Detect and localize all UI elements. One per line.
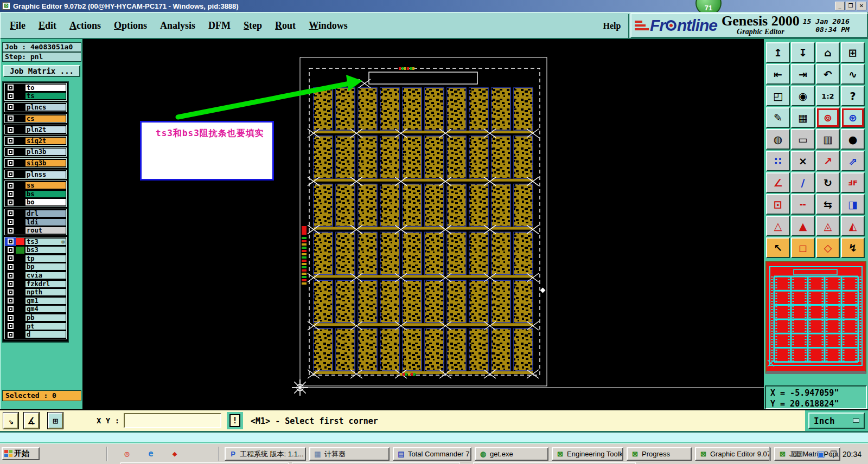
layer-swatch-ldi[interactable]: [16, 218, 24, 225]
layer-swatch-drl[interactable]: [16, 210, 24, 217]
layer-label-to[interactable]: to: [25, 84, 66, 92]
thermal-a-button[interactable]: △: [766, 216, 790, 236]
layer-swatch-sig3b[interactable]: [16, 159, 24, 166]
layer-swatch-pt[interactable]: [16, 323, 24, 330]
menu-edit[interactable]: Edit: [39, 20, 56, 31]
layer-checkbox-plnss[interactable]: [8, 171, 14, 177]
layer-checkbox-cvia[interactable]: [8, 273, 14, 279]
zoom-ratio-1-2-button[interactable]: 1:2: [816, 86, 840, 106]
layer-swatch-ts3[interactable]: [16, 238, 24, 245]
menu-step[interactable]: Step: [244, 20, 262, 31]
layer-checkbox-gm1[interactable]: [8, 298, 14, 304]
units-dropdown[interactable]: Inch: [808, 413, 865, 429]
layer-swatch-tp[interactable]: [16, 255, 24, 262]
layer-checkbox-bs[interactable]: [8, 191, 14, 197]
close-button[interactable]: ✕: [857, 2, 866, 10]
layer-swatch-gm4[interactable]: [16, 306, 24, 313]
tray-keyboard-icon[interactable]: ⌨: [791, 449, 803, 459]
taskbar-button[interactable]: P工程系统 版本: 1.1...: [225, 447, 306, 461]
layer-swatch-bs[interactable]: [16, 190, 24, 197]
layer-label-sig2t[interactable]: sig2t: [25, 137, 66, 145]
quicklaunch-internet-explorer-icon[interactable]: e: [145, 448, 156, 459]
rotate-tool-button[interactable]: ↻: [816, 172, 840, 193]
minimize-button[interactable]: _: [835, 2, 845, 10]
layer-swatch-to[interactable]: [16, 84, 24, 91]
layer-label-bs3[interactable]: bs3: [25, 246, 66, 254]
layer-checkbox-bo[interactable]: [8, 199, 14, 205]
zoom-center-button[interactable]: ◉: [791, 86, 815, 106]
select-net-button[interactable]: ↯: [841, 237, 865, 258]
copy-to-layer-button[interactable]: ↗: [816, 151, 840, 171]
layer-checkbox-sig3b[interactable]: [8, 160, 14, 166]
layer-swatch-plnss[interactable]: [16, 171, 24, 178]
menu-analysis[interactable]: Analysis: [160, 20, 195, 31]
job-matrix-button[interactable]: Job Matrix ...: [3, 65, 80, 77]
layer-label-bp[interactable]: bp: [25, 263, 66, 270]
layer-swatch-gm1[interactable]: [16, 297, 24, 304]
quicklaunch-media-app-icon[interactable]: ◆: [169, 448, 180, 459]
taskbar-button[interactable]: ▤Total Commander 7.0 ...: [393, 447, 471, 461]
select-frame-button[interactable]: ◻: [791, 237, 815, 258]
layer-checkbox-ldi[interactable]: [8, 219, 14, 225]
highlight-mode-button[interactable]: ◍: [766, 129, 790, 150]
layer-swatch-bp[interactable]: [16, 263, 24, 270]
view-zoom-in-button[interactable]: ↥: [766, 42, 790, 63]
layer-label-pt[interactable]: pt: [25, 323, 66, 330]
thermal-c-button[interactable]: ◬: [816, 216, 840, 236]
menu-options[interactable]: Options: [114, 20, 147, 31]
layer-swatch-bo[interactable]: [16, 199, 24, 206]
line-tool-button[interactable]: ∕: [791, 172, 815, 193]
layer-label-plnss[interactable]: plnss: [25, 171, 66, 178]
thermal-d-button[interactable]: ◭: [841, 216, 865, 236]
taskbar-button[interactable]: ⊠Graphic Editor 9.07b2 ...: [695, 447, 771, 461]
grid-toggle-button[interactable]: ▦: [791, 107, 815, 128]
select-pointer-button[interactable]: ↖: [766, 237, 790, 258]
view-previous-button[interactable]: ↶: [816, 64, 840, 85]
taskbar-button[interactable]: ◍get.exe: [475, 447, 548, 461]
menu-rout[interactable]: Rout: [275, 20, 296, 31]
layer-label-pln3b[interactable]: pln3b: [25, 148, 66, 156]
move-to-layer-button[interactable]: ⇗: [841, 151, 865, 171]
taskbar-button[interactable]: ⊠Progress: [627, 447, 692, 461]
measure-ruler-button[interactable]: ▥: [816, 129, 840, 150]
start-button[interactable]: 开始: [2, 447, 40, 460]
select-polygon-button[interactable]: ◇: [816, 237, 840, 258]
net-display-b-button[interactable]: ⊛: [841, 107, 865, 128]
pcb-canvas[interactable]: ts3和bs3阻抗条也要填实: [82, 39, 764, 409]
taskbar-button[interactable]: ⊠Engineering Toolkit 9.0...: [552, 447, 623, 461]
layer-checkbox-gm4[interactable]: [8, 306, 14, 312]
restore-button[interactable]: ❐: [846, 2, 856, 10]
layer-checkbox-npth[interactable]: [8, 289, 14, 295]
layer-checkbox-bs3[interactable]: [8, 247, 14, 253]
layer-label-bs[interactable]: bs: [25, 190, 66, 198]
layer-checkbox-fzkdrl[interactable]: [8, 281, 14, 287]
layer-label-cvia[interactable]: cvia: [25, 272, 66, 279]
layer-label-rout[interactable]: rout: [25, 227, 66, 234]
layer-swatch-npth[interactable]: [16, 289, 24, 296]
pan-right-button[interactable]: ⇥: [791, 64, 815, 85]
view-zoom-out-button[interactable]: ↧: [791, 42, 815, 63]
view-windows-xy-button[interactable]: ⊞: [841, 42, 865, 63]
layer-checkbox-drl[interactable]: [8, 210, 14, 216]
layer-checkbox-to[interactable]: [8, 85, 14, 91]
net-display-a-button[interactable]: ⊚: [816, 107, 840, 128]
layer-checkbox-pln3b[interactable]: [8, 149, 14, 155]
delete-object-button[interactable]: ×: [791, 151, 815, 171]
tray-clipboard-icon[interactable]: ❐: [830, 449, 837, 459]
layer-label-drl[interactable]: drl: [25, 210, 66, 217]
layer-checkbox-cs[interactable]: [8, 115, 14, 121]
taskbar-button[interactable]: ▦计算器: [309, 447, 390, 461]
layer-checkbox-bp[interactable]: [8, 264, 14, 270]
layer-swatch-bs3[interactable]: [16, 247, 24, 254]
menu-help[interactable]: Help: [596, 14, 629, 38]
layer-checkbox-d[interactable]: [8, 332, 14, 338]
panel-overview-map[interactable]: [765, 261, 866, 374]
chain-select-button[interactable]: ∷: [766, 151, 790, 171]
layer-label-pln2t[interactable]: pln2t: [25, 126, 66, 133]
menu-windows[interactable]: Windows: [309, 20, 348, 31]
layer-label-sig3b[interactable]: sig3b: [25, 159, 66, 167]
layer-label-d[interactable]: d: [25, 331, 66, 338]
layer-checkbox-rout[interactable]: [8, 228, 14, 234]
resize-tool-button[interactable]: ⇆: [816, 194, 840, 215]
layer-label-pb[interactable]: pb: [25, 314, 66, 321]
